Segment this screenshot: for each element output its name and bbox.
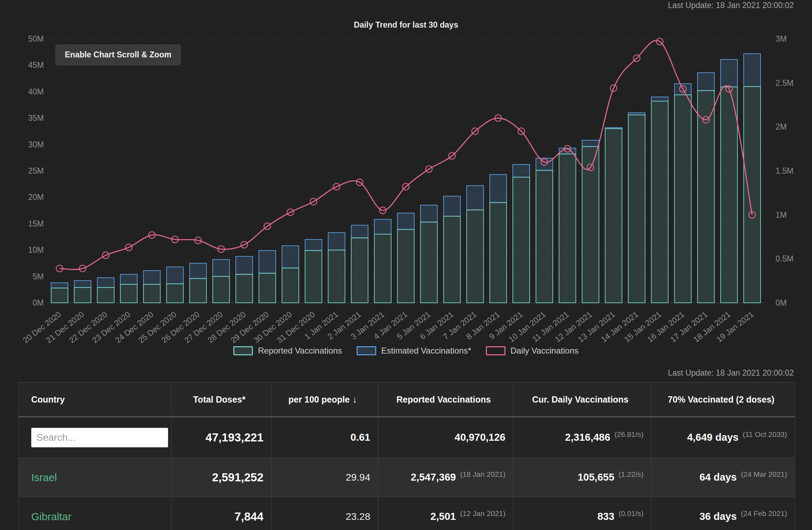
israel-per-100: 29.94 bbox=[271, 458, 378, 497]
svg-text:15M: 15M bbox=[28, 219, 44, 228]
israel-country-cell: Israel bbox=[19, 458, 172, 497]
legend-item-reported[interactable]: Reported Vaccinations bbox=[233, 346, 342, 356]
column-header-country[interactable]: Country bbox=[19, 383, 172, 416]
country-search-input[interactable] bbox=[31, 428, 168, 447]
israel-total-doses: 2,591,252 bbox=[172, 458, 271, 497]
svg-text:1.5M: 1.5M bbox=[776, 166, 793, 175]
table-row-israel: Israel 2,591,252 29.94 2,547,369 (18 Jan… bbox=[19, 458, 795, 497]
israel-70-note: (24 Mar 2021) bbox=[741, 470, 787, 479]
gibraltar-cur-daily: 833 (0.01/s) bbox=[514, 497, 652, 530]
column-header-per-100[interactable]: per 100 people ↓ bbox=[271, 383, 378, 416]
enable-chart-scroll-zoom-button[interactable]: Enable Chart Scroll & Zoom bbox=[55, 44, 181, 65]
last-update-table: Last Update: 18 Jan 2021 20:00:02 bbox=[668, 368, 794, 378]
svg-text:50M: 50M bbox=[28, 35, 44, 43]
column-header-total-doses[interactable]: Total Doses* bbox=[172, 383, 271, 416]
world-70-note: (11 Oct 2033) bbox=[743, 430, 787, 439]
reported-swatch-icon bbox=[233, 346, 253, 355]
svg-text:30M: 30M bbox=[28, 140, 44, 149]
svg-text:0M: 0M bbox=[776, 298, 787, 307]
world-per-100: 0.61 bbox=[271, 417, 378, 458]
column-header-reported[interactable]: Reported Vaccinations bbox=[378, 383, 514, 416]
table-row-world: 47,193,221 0.61 40,970,126 2,316,486 (26… bbox=[19, 417, 795, 458]
table-header-row: Country Total Doses* per 100 people ↓ Re… bbox=[19, 382, 795, 417]
country-link-gibraltar[interactable]: Gibraltar bbox=[31, 511, 71, 523]
svg-text:45M: 45M bbox=[28, 61, 44, 70]
gibraltar-reported: 2,501 (12 Jan 2021) bbox=[378, 497, 514, 530]
last-update-top: Last Update: 18 Jan 2021 20:00:02 bbox=[668, 1, 794, 10]
vaccination-dashboard: Last Update: 18 Jan 2021 20:00:02 Daily … bbox=[0, 0, 812, 530]
chart-legend: Reported Vaccinations Estimated Vaccinat… bbox=[0, 346, 812, 356]
world-cur-daily-note: (26.81/s) bbox=[614, 430, 644, 439]
country-search-cell bbox=[19, 417, 172, 458]
svg-text:25M: 25M bbox=[28, 166, 44, 175]
gibraltar-total-doses: 7,844 bbox=[172, 497, 271, 530]
svg-text:2.5M: 2.5M bbox=[776, 78, 793, 88]
column-header-per-100-label: per 100 people bbox=[288, 395, 350, 405]
legend-item-estimated[interactable]: Estimated Vaccinations* bbox=[357, 346, 471, 356]
gibraltar-70-vaccinated: 36 days (24 Feb 2021) bbox=[652, 497, 795, 530]
svg-text:10M: 10M bbox=[28, 245, 44, 254]
table-row-gibraltar: Gibraltar 7,844 23.28 2,501 (12 Jan 2021… bbox=[19, 497, 795, 530]
legend-label-estimated: Estimated Vaccinations* bbox=[381, 346, 471, 356]
israel-reported: 2,547,369 (18 Jan 2021) bbox=[378, 458, 514, 497]
gibraltar-country-cell: Gibraltar bbox=[19, 497, 172, 530]
svg-text:20M: 20M bbox=[28, 193, 44, 202]
gibraltar-per-100: 23.28 bbox=[271, 497, 378, 530]
sort-desc-icon: ↓ bbox=[352, 395, 357, 405]
svg-text:1M: 1M bbox=[776, 210, 787, 219]
legend-label-reported: Reported Vaccinations bbox=[258, 346, 342, 356]
world-70-vaccinated: 4,649 days (11 Oct 2033) bbox=[652, 417, 795, 458]
israel-cur-daily-note: (1.22/s) bbox=[619, 470, 644, 479]
daily-swatch-icon bbox=[486, 346, 505, 355]
estimated-swatch-icon bbox=[357, 346, 376, 355]
daily-trend-chart[interactable]: 0M5M10M15M20M25M30M35M40M45M50M0M0.5M1M1… bbox=[0, 35, 812, 343]
world-total-doses: 47,193,221 bbox=[172, 417, 271, 458]
column-header-cur-daily[interactable]: Cur. Daily Vaccinations bbox=[514, 383, 652, 416]
svg-text:0.5M: 0.5M bbox=[776, 254, 793, 263]
country-link-israel[interactable]: Israel bbox=[31, 472, 57, 483]
gibraltar-70-note: (24 Feb 2021) bbox=[741, 509, 787, 518]
svg-text:2M: 2M bbox=[776, 122, 787, 131]
svg-text:35M: 35M bbox=[28, 113, 44, 123]
world-reported: 40,970,126 bbox=[378, 417, 514, 458]
legend-label-daily: Daily Vaccinations bbox=[510, 346, 578, 356]
svg-text:40M: 40M bbox=[28, 87, 44, 96]
israel-reported-note: (18 Jan 2021) bbox=[460, 470, 505, 479]
world-cur-daily: 2,316,486 (26.81/s) bbox=[514, 417, 652, 458]
svg-text:5M: 5M bbox=[33, 272, 44, 281]
gibraltar-cur-daily-note: (0.01/s) bbox=[619, 509, 644, 518]
column-header-70-vaccinated[interactable]: 70% Vaccinated (2 doses) bbox=[652, 383, 795, 416]
vaccination-table: Country Total Doses* per 100 people ↓ Re… bbox=[18, 382, 795, 530]
chart-title: Daily Trend for last 30 days bbox=[0, 20, 812, 30]
svg-text:3M: 3M bbox=[776, 35, 787, 43]
israel-cur-daily: 105,655 (1.22/s) bbox=[514, 458, 652, 497]
svg-text:0M: 0M bbox=[33, 298, 44, 307]
israel-70-vaccinated: 64 days (24 Mar 2021) bbox=[652, 458, 795, 497]
legend-item-daily[interactable]: Daily Vaccinations bbox=[486, 346, 578, 356]
gibraltar-reported-note: (12 Jan 2021) bbox=[460, 509, 505, 518]
